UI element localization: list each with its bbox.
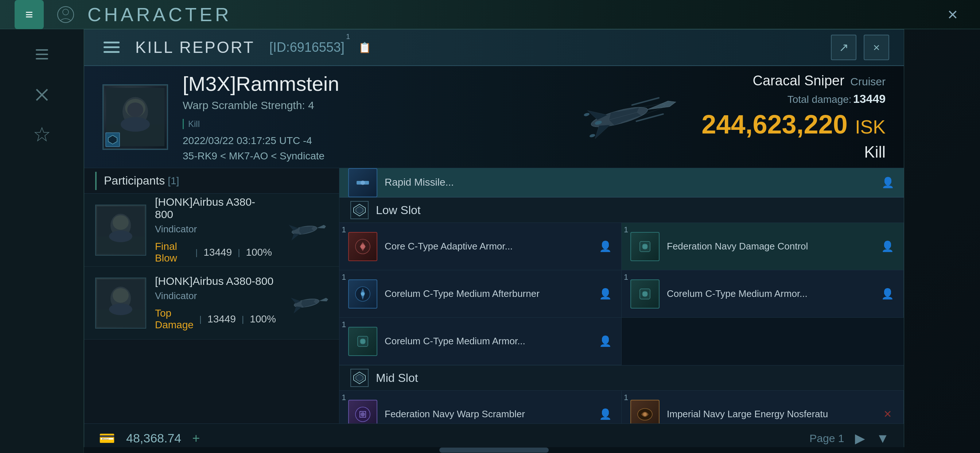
role-percent-2: 100% — [250, 313, 276, 325]
participants-count: [1] — [168, 175, 179, 187]
role-divider-2: | — [238, 247, 240, 257]
low-slot-modules: 1 Core C-Type Adaptive Armor... 👤 — [339, 223, 904, 365]
mid-slot-section: Mid Slot 1 Federation Navy Wa — [339, 365, 904, 423]
svg-marker-7 — [35, 128, 49, 141]
participant-ship-img-2 — [285, 289, 328, 318]
page-nav-button[interactable]: ▶ — [855, 431, 865, 446]
participants-title-bar — [95, 172, 97, 190]
participant-portrait-1 — [95, 205, 146, 256]
module-name-3: Corelum C-Type Medium Afterburner — [385, 288, 590, 300]
participant-ship-img-1 — [281, 215, 328, 245]
kr-copy-icon[interactable]: 📋 — [358, 41, 371, 54]
kr-export-button[interactable]: ↗ — [831, 35, 856, 60]
svg-point-1 — [63, 9, 68, 15]
module-icon-3 — [348, 279, 377, 309]
module-dropped-icon-3: 👤 — [598, 287, 612, 301]
svg-rect-22 — [631, 97, 660, 106]
total-damage-value: 13449 — [853, 92, 886, 105]
menu-button[interactable]: ≡ — [14, 0, 44, 29]
top-module-row[interactable]: 1 Rapid Missile... 👤 — [339, 168, 904, 197]
low-slot-icon — [350, 201, 369, 219]
svg-point-34 — [109, 303, 132, 315]
victim-warp-strength: Warp Scramble Strength: 4 — [183, 99, 339, 112]
kill-label: Kill — [183, 119, 339, 129]
mid-module-icon-2 — [630, 400, 660, 424]
module-item[interactable]: 1 Core C-Type Adaptive Armor... 👤 — [339, 223, 622, 270]
mid-module-qty-2: 1 — [624, 393, 628, 402]
participant-info-2: [HONK]Airbus A380-800 Vindicator Top Dam… — [155, 275, 276, 331]
victim-name: [M3X]Rammstein — [183, 72, 339, 96]
svg-point-20 — [589, 134, 596, 138]
role-percent-1: 100% — [246, 247, 272, 258]
svg-rect-49 — [643, 292, 647, 296]
module-item-2[interactable]: 1 Federation Navy Damage Control 👤 — [622, 223, 904, 270]
wallet-icon: 💳 — [99, 431, 115, 446]
role-top-damage-label: Top Damage — [155, 308, 194, 331]
participant-item-2[interactable]: [HONK]Airbus A380-800 Vindicator Top Dam… — [84, 266, 339, 340]
mid-slot-label: Mid Slot — [376, 371, 418, 385]
kr-close-button[interactable]: × — [864, 35, 889, 60]
module-name-2: Federation Navy Damage Control — [667, 240, 873, 253]
module-dropped-icon-4: 👤 — [880, 287, 895, 301]
svg-point-56 — [361, 412, 365, 416]
participant-name-1: [HONK]Airbus A380-800 — [155, 196, 272, 221]
module-qty-3: 1 — [342, 273, 346, 282]
ship-type: Cruiser — [850, 75, 886, 88]
module-item-5[interactable]: 1 Corelum C-Type Medium Armor... 👤 — [339, 318, 622, 365]
svg-point-58 — [643, 413, 647, 416]
kr-header-actions: ↗ × — [831, 35, 889, 60]
victim-info: [M3X]Rammstein Warp Scramble Strength: 4… — [183, 72, 339, 162]
svg-point-46 — [361, 292, 364, 296]
char-header: ≡ CHARACTER × — [0, 0, 980, 29]
module-dropped-icon: 👤 — [598, 239, 612, 254]
ship-display — [547, 73, 692, 161]
module-qty: 1 — [342, 225, 346, 234]
svg-point-16 — [121, 117, 150, 132]
low-slot-label: Low Slot — [376, 204, 421, 217]
svg-rect-52 — [361, 339, 365, 344]
mid-module-destroyed-2: ✕ — [880, 407, 895, 422]
sidebar-item-combat[interactable] — [13, 80, 71, 109]
mid-module-name-1: Federation Navy Warp Scrambler — [385, 408, 590, 421]
top-module-icon — [348, 168, 377, 197]
kr-info-area: [M3X]Rammstein Warp Scramble Strength: 4… — [84, 66, 904, 168]
role-damage-1: 13449 — [204, 247, 232, 258]
sidebar-item-bio[interactable] — [13, 40, 71, 69]
participants-panel: Participants [1] [HONK]Airbus A380-800 — [84, 168, 339, 423]
filter-button[interactable]: ▼ — [876, 431, 889, 446]
participant-ship-1: Vindicator — [155, 223, 272, 235]
sidebar-item-medals[interactable] — [13, 120, 71, 150]
bottom-scrollbar[interactable] — [84, 447, 904, 453]
kill-location: 35-RK9 < MK7-AO < Syndicate — [183, 150, 339, 162]
isk-label: ISK — [855, 116, 886, 137]
low-slot-section: Low Slot 1 Core C-Type Adapti — [339, 197, 904, 365]
module-qty-4: 1 — [624, 273, 628, 282]
participant-role-1: Final Blow | 13449 | 100% — [155, 241, 272, 264]
mid-slot-header: Mid Slot — [339, 365, 904, 391]
kr-menu-button[interactable] — [99, 35, 124, 60]
participant-role-2: Top Damage | 13449 | 100% — [155, 308, 276, 331]
kill-report-panel: KILL REPORT [ID:6916553] 📋 ↗ × — [84, 29, 904, 453]
mid-module-item-1[interactable]: 1 Federation Navy Warp Scrambler 👤 — [339, 391, 622, 423]
module-qty-5: 1 — [342, 320, 346, 329]
svg-rect-9 — [103, 46, 119, 48]
mid-slot-icon — [350, 369, 369, 387]
participant-item[interactable]: [HONK]Airbus A380-800 Vindicator Final B… — [84, 194, 339, 266]
total-damage-label: Total damage: — [788, 94, 852, 105]
scrollbar-thumb[interactable] — [439, 448, 549, 453]
mid-module-item-2[interactable]: 1 Imperial Navy Large Energy Nosferatu ✕ — [622, 391, 904, 423]
fittings-panel: 1 Rapid Missile... 👤 — [339, 168, 904, 423]
wallet-add-button[interactable]: + — [192, 431, 200, 446]
svg-point-41 — [361, 244, 365, 249]
module-item-4[interactable]: 1 Corelum C-Type Medium Armor... 👤 — [622, 270, 904, 318]
module-name: Core C-Type Adaptive Armor... — [385, 240, 590, 253]
left-sidebar — [0, 29, 84, 453]
participant-ship-2: Vindicator — [155, 290, 276, 301]
svg-point-19 — [583, 112, 590, 117]
participants-title: Participants — [104, 174, 165, 187]
module-name-4: Corelum C-Type Medium Armor... — [667, 288, 873, 300]
module-item-3[interactable]: 1 Corelum C-Type Medium Afterburner 👤 — [339, 270, 622, 318]
kr-main: Participants [1] [HONK]Airbus A380-800 — [84, 168, 904, 423]
close-main-button[interactable]: × — [940, 2, 966, 27]
svg-rect-4 — [36, 58, 48, 59]
